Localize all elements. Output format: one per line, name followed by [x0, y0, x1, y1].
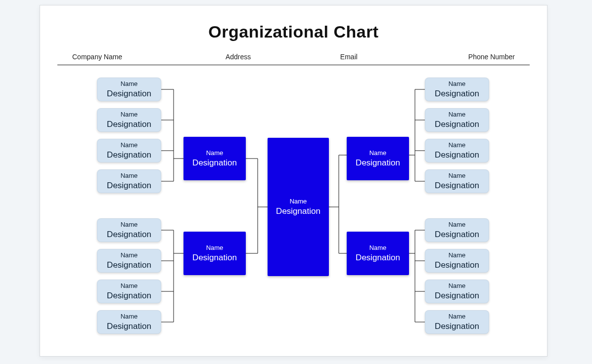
leaf-tr-1: NameDesignation	[425, 108, 489, 132]
leaf-tl-0: NameDesignation	[97, 78, 161, 101]
org-chart-canvas: Name Designation Name Designation Name D…	[40, 70, 547, 346]
leaf-bl-2: NameDesignation	[97, 280, 161, 303]
leaf-tl-1: NameDesignation	[97, 108, 161, 132]
leaf-br-0: NameDesignation	[425, 218, 489, 242]
mid-tr-name: Name	[369, 149, 387, 157]
leaf-tl-2: NameDesignation	[97, 139, 161, 162]
leaf-br-3: NameDesignation	[425, 310, 489, 334]
mid-node-bl: Name Designation	[183, 232, 246, 275]
leaf-bl-0: NameDesignation	[97, 218, 161, 242]
mid-br-designation: Designation	[356, 252, 400, 263]
header-company: Company Name	[72, 53, 183, 61]
leaf-bl-1: NameDesignation	[97, 249, 161, 273]
header-email: Email	[294, 53, 405, 61]
header-phone: Phone Number	[404, 53, 515, 61]
chart-header-row: Company Name Address Email Phone Number	[57, 53, 530, 65]
mid-bl-name: Name	[206, 244, 224, 252]
mid-br-name: Name	[369, 244, 387, 252]
mid-tl-designation: Designation	[192, 158, 237, 168]
mid-node-tr: Name Designation	[347, 137, 409, 180]
leaf-br-2: NameDesignation	[425, 280, 489, 303]
mid-bl-designation: Designation	[192, 252, 237, 263]
mid-tr-designation: Designation	[356, 158, 400, 168]
header-address: Address	[183, 53, 294, 61]
root-node: Name Designation	[268, 138, 329, 276]
leaf-bl-3: NameDesignation	[97, 310, 161, 334]
leaf-tr-3: NameDesignation	[425, 169, 489, 193]
leaf-tr-2: NameDesignation	[425, 139, 489, 162]
leaf-br-1: NameDesignation	[425, 249, 489, 273]
leaf-tl-3: NameDesignation	[97, 169, 161, 193]
leaf-tr-0: NameDesignation	[425, 78, 489, 101]
mid-tl-name: Name	[206, 149, 224, 157]
chart-title: Organizational Chart	[40, 22, 547, 41]
mid-node-br: Name Designation	[347, 232, 409, 275]
mid-node-tl: Name Designation	[183, 137, 246, 180]
root-name: Name	[290, 198, 307, 205]
root-designation: Designation	[276, 206, 320, 216]
org-chart-sheet: Organizational Chart Company Name Addres…	[40, 5, 547, 357]
